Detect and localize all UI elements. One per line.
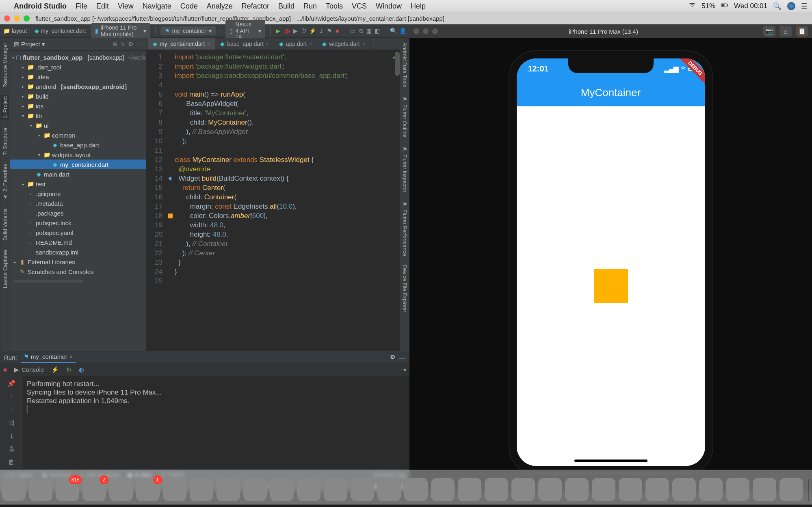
clipboard-button[interactable]: 📋 (796, 26, 808, 37)
menu-view[interactable]: View (118, 2, 134, 11)
tab-app[interactable]: ◆app.dart× (274, 38, 317, 50)
horizontal-scrollbar[interactable] (14, 280, 83, 283)
print-icon[interactable]: 🖶 (8, 446, 15, 453)
dock-settings[interactable] (109, 478, 133, 501)
run-stop-icon[interactable]: ■ (3, 366, 7, 373)
dock-redis[interactable] (672, 478, 696, 501)
dock-vscode[interactable] (351, 478, 374, 501)
hide-icon[interactable]: — (136, 41, 142, 47)
dock-figma[interactable] (699, 478, 723, 501)
gutter-android-data-tools[interactable]: Android Data Tools (401, 41, 409, 89)
menu-navigate[interactable]: Navigate (143, 2, 171, 11)
home-indicator[interactable] (574, 460, 647, 462)
run-config-selector[interactable]: ⚑ my_container ▾ (160, 26, 216, 35)
vertical-scrollbar[interactable] (395, 52, 400, 76)
menu-tools[interactable]: Tools (326, 2, 343, 11)
code-editor[interactable]: ✓ 12345678910111213141516171819202122232… (146, 50, 400, 351)
debug-button[interactable]: 🐞 (284, 26, 290, 35)
soft-wrap-icon[interactable]: ⇥ (401, 366, 406, 373)
dock-tv[interactable] (297, 478, 320, 501)
sdk-manager-button[interactable]: ⧉ (358, 26, 364, 35)
dock-app1[interactable] (270, 478, 294, 501)
gutter-device-file-explorer[interactable]: Device File Explorer (401, 263, 409, 314)
run-hide-icon[interactable]: — (399, 354, 405, 361)
dock-launchpad[interactable] (2, 478, 26, 501)
close-icon[interactable]: × (362, 41, 365, 47)
sim-zoom-button[interactable] (432, 28, 438, 34)
dock-postman[interactable] (565, 478, 589, 501)
tree-item[interactable]: ▾📁common (10, 130, 146, 140)
dock-app3[interactable] (592, 478, 615, 501)
color-swatch-icon[interactable] (168, 214, 173, 218)
tree-item[interactable]: ▫sandboxapp.iml (10, 247, 146, 257)
tree-item[interactable]: ▫pubspec.yaml (10, 228, 146, 237)
profile-button[interactable]: ⏱ (301, 26, 307, 35)
tree-root[interactable]: ▾▢flutter_sandbox_app [sandboxapp]~/work… (10, 52, 146, 62)
tree-item[interactable]: ▫.gitignore (10, 189, 146, 198)
dock-appstore[interactable]: 2 (82, 478, 106, 501)
dock-app2[interactable] (324, 478, 347, 501)
dock-spotify[interactable] (190, 478, 213, 501)
menu-help[interactable]: Help (411, 2, 426, 11)
gutter-layout-captures[interactable]: Layout Captures (1, 248, 9, 290)
layout-inspector-button[interactable]: ▦ (366, 26, 372, 35)
tree-item[interactable]: ▸📁.dart_tool (10, 62, 146, 72)
tree-item[interactable]: ◆main.dart (10, 169, 146, 179)
tree-item[interactable]: ◆base_app.dart (10, 140, 146, 150)
tree-item[interactable]: ▸📁build (10, 91, 146, 101)
menu-vcs[interactable]: VCS (352, 2, 367, 11)
dock-android-studio[interactable] (431, 478, 455, 501)
menu-refactor[interactable]: Refactor (242, 2, 269, 11)
dock-simulator[interactable] (511, 478, 535, 501)
screenshot-button[interactable]: 📷 (763, 26, 775, 37)
dock-app7[interactable] (780, 478, 803, 501)
menu-edit[interactable]: Edit (96, 2, 109, 11)
menu-code[interactable]: Code (180, 2, 198, 11)
tree-item[interactable]: ▫.metadata (10, 198, 146, 208)
window-zoom-button[interactable] (24, 15, 30, 22)
avd-manager-button[interactable]: ▭ (350, 26, 356, 35)
home-button[interactable]: ⌂ (780, 26, 792, 37)
trash-icon[interactable]: 🗑 (8, 459, 15, 466)
wrap-icon[interactable]: ⇶ (9, 419, 14, 427)
code-content[interactable]: import 'package:flutter/material.dart'; … (175, 50, 400, 351)
gutter-flutter-performance[interactable]: ⚑ Flutter Performance (401, 200, 409, 258)
hot-restart-icon[interactable]: ↻ (66, 366, 71, 373)
tree-item[interactable]: ▫pubspec.lock (10, 218, 146, 228)
dock-intellij[interactable] (377, 478, 401, 501)
pin-icon[interactable]: 📌 (7, 380, 15, 387)
gutter-build-variants[interactable]: Build Variants (1, 207, 9, 242)
tree-item[interactable]: ▸📁.idea (10, 72, 146, 82)
menu-analyze[interactable]: Analyze (207, 2, 233, 11)
dock-safari[interactable] (29, 478, 52, 501)
tree-item[interactable]: ▾📁widgets.layout (10, 150, 146, 160)
gutter-flutter-inspector[interactable]: ⚑ Flutter Inspector (401, 145, 409, 194)
run-rerun-icon[interactable]: ▶ Console (14, 366, 44, 373)
dock-messages[interactable] (217, 478, 240, 501)
gutter-structure[interactable]: 7: Structure (1, 126, 9, 156)
dock-chrome[interactable] (404, 478, 428, 501)
dock-telegram[interactable] (538, 478, 562, 501)
run-settings-icon[interactable]: ⚙ (390, 354, 395, 361)
menu-list-icon[interactable]: ☰ (801, 2, 807, 11)
menubar-clock[interactable]: Wed 00:01 (734, 2, 767, 10)
coverage-button[interactable]: ▶ (293, 26, 299, 35)
project-tree[interactable]: ▾▢flutter_sandbox_app [sandboxapp]~/work… (10, 51, 146, 351)
devtools-icon[interactable]: ◐ (79, 366, 84, 373)
device-selector[interactable]: ▮ iPhone 11 Pro Max (mobile) ▾ (91, 23, 150, 39)
run-tab[interactable]: ⚑my_container × (21, 352, 76, 363)
flutter-attach-button[interactable]: ⚑ (327, 26, 332, 35)
dock-xcode[interactable] (458, 478, 481, 501)
spotlight-icon[interactable]: 🔍 (773, 2, 782, 11)
app-name[interactable]: Android Studio (14, 2, 67, 11)
search-everywhere-button[interactable]: 🔍 (390, 26, 397, 35)
siri-icon[interactable] (787, 2, 795, 10)
up-icon[interactable]: ↑ (10, 393, 13, 400)
dock-app4[interactable] (645, 478, 669, 501)
hot-reload-button[interactable]: ⚡ (309, 26, 316, 35)
window-close-button[interactable] (4, 15, 10, 22)
scroll-end-icon[interactable]: ⤓ (9, 432, 14, 440)
close-icon[interactable]: × (207, 41, 210, 47)
sim-close-button[interactable] (414, 28, 419, 34)
dock-mail[interactable]: 315 (56, 478, 79, 501)
